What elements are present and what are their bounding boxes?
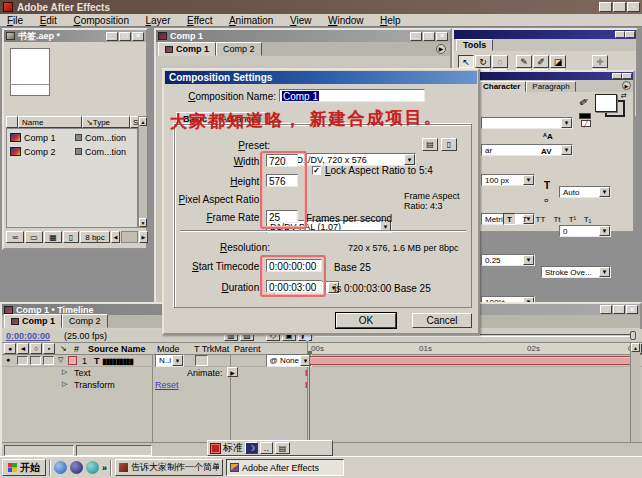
subscript-button[interactable]: T₁: [581, 213, 594, 225]
font-family-select[interactable]: ▼: [481, 117, 573, 129]
tools-titlebar[interactable]: ▬ ×: [454, 30, 636, 39]
comp-titlebar[interactable]: Comp 1 _ □ ×: [156, 30, 450, 42]
ime-halfwidth-icon[interactable]: ☽: [245, 442, 258, 454]
twirl-icon[interactable]: ▷: [62, 368, 67, 376]
comp-minimize-button[interactable]: _: [410, 32, 422, 41]
character-close-button[interactable]: ×: [622, 73, 632, 79]
black-swatch[interactable]: [579, 113, 591, 119]
menu-animation[interactable]: Animation: [222, 14, 280, 27]
tab-paragraph[interactable]: Paragraph: [526, 81, 575, 92]
menu-help[interactable]: Help: [373, 14, 408, 27]
navigator-end-handle[interactable]: [630, 331, 636, 340]
trash-icon[interactable]: ▯: [63, 231, 79, 243]
reset-link[interactable]: Reset: [155, 380, 179, 390]
ime-punct-icon[interactable]: ‥: [260, 442, 273, 454]
quicklaunch-media-icon[interactable]: [86, 461, 99, 474]
eye-icon[interactable]: ●: [6, 356, 10, 363]
ok-button[interactable]: OK: [336, 313, 396, 328]
font-style-select[interactable]: ar▼: [481, 144, 573, 156]
trkmat-box[interactable]: [195, 355, 208, 366]
project-vscrollbar[interactable]: ▲ ▼: [138, 116, 148, 228]
expand-arrow-icon[interactable]: ▽: [58, 356, 63, 364]
timeline-maximize-button[interactable]: □: [613, 305, 625, 314]
timeline-close-button[interactable]: ×: [626, 305, 638, 314]
comp-maximize-button[interactable]: □: [423, 32, 435, 41]
comp-close-button[interactable]: ×: [436, 32, 448, 41]
audio-icon[interactable]: ◄: [17, 343, 29, 354]
new-comp-icon[interactable]: ▦: [44, 231, 62, 243]
eyedropper-icon[interactable]: ✐: [578, 95, 589, 109]
parent-header[interactable]: Parent: [234, 344, 261, 354]
trkmat-header[interactable]: T TrkMat: [194, 344, 229, 354]
superscript-button[interactable]: T¹: [566, 213, 579, 225]
blend-mode-select[interactable]: N..l▼: [155, 354, 184, 367]
save-preset-icon[interactable]: ▤: [422, 138, 438, 151]
chevron-down-icon[interactable]: ▼: [561, 145, 572, 155]
lock-icon[interactable]: ▪: [43, 343, 55, 354]
search-icon[interactable]: ∞: [6, 231, 24, 243]
brush-tool-icon[interactable]: ✎: [516, 55, 532, 68]
quicklaunch-more-icon[interactable]: »: [102, 463, 107, 473]
col-type[interactable]: ↘ Type: [82, 116, 130, 128]
num-column-header[interactable]: #: [74, 344, 79, 354]
eraser-tool-icon[interactable]: ◪: [550, 55, 566, 68]
bit-depth-button[interactable]: 8 bpc: [80, 231, 110, 243]
comp-panel-menu-icon[interactable]: ▶: [436, 44, 446, 54]
lock-aspect-checkbox[interactable]: ✓: [312, 166, 321, 175]
timeline-tab-comp2[interactable]: Comp 2: [62, 314, 108, 328]
ime-keyboard-icon[interactable]: ▤: [275, 442, 290, 454]
hscroll-left-icon[interactable]: ◀: [111, 231, 120, 243]
maximize-button[interactable]: □: [613, 2, 626, 12]
label-column-icon[interactable]: ↘: [60, 344, 67, 353]
chevron-down-icon[interactable]: ▼: [404, 154, 415, 165]
layer-row[interactable]: ● ▽ 1 T ▮▮▮▮▮▮▮▮▮ N..l▼ @ None▼: [2, 355, 642, 367]
solo-icon[interactable]: ○: [30, 343, 42, 354]
project-minimize-button[interactable]: _: [106, 32, 118, 41]
orbit-tool-icon[interactable]: ○: [492, 55, 508, 68]
stroke-style-select[interactable]: Stroke Ove...▼: [541, 266, 611, 278]
tools-tab[interactable]: Tools: [456, 39, 493, 51]
small-caps-button[interactable]: Tt: [550, 213, 564, 225]
menu-edit[interactable]: Edit: [33, 14, 64, 27]
no-fill-swatch[interactable]: ╱: [581, 120, 591, 127]
dialog-titlebar[interactable]: Composition Settings: [165, 71, 477, 84]
stroke-width-field[interactable]: 0.25▼: [481, 254, 535, 266]
fill-swatch[interactable]: [595, 94, 617, 112]
project-titlebar[interactable]: 书签.aep * _ □ ×: [4, 30, 146, 42]
task-button-after-effects[interactable]: Adobe After Effects: [226, 459, 344, 476]
solo-toggle[interactable]: [30, 356, 41, 365]
eye-icon[interactable]: ●: [4, 343, 16, 354]
menu-file[interactable]: File: [0, 14, 30, 27]
chevron-down-icon[interactable]: ▼: [561, 118, 572, 128]
timeline-tab-comp1[interactable]: Comp 1: [4, 314, 62, 328]
tracking-field[interactable]: 0▼: [559, 225, 611, 237]
minimize-button[interactable]: _: [599, 2, 612, 12]
menu-window[interactable]: Window: [321, 14, 371, 27]
twirl-icon[interactable]: ▷: [62, 380, 67, 388]
layer-name[interactable]: T ▮▮▮▮▮▮▮▮▮: [94, 356, 133, 366]
audio-toggle[interactable]: [17, 356, 28, 365]
all-caps-button[interactable]: TT: [533, 213, 548, 225]
keyframe-marker[interactable]: I: [305, 380, 308, 390]
swap-fill-stroke-icon[interactable]: ⇄: [621, 92, 627, 100]
clone-stamp-tool-icon[interactable]: ✐: [533, 55, 549, 68]
table-row[interactable]: Comp 1 Com...tion: [7, 131, 137, 144]
quicklaunch-desktop-icon[interactable]: [70, 461, 83, 474]
hscroll-right-icon[interactable]: ▶: [139, 231, 148, 243]
tools-close-button[interactable]: ×: [625, 31, 635, 38]
timeline-vscrollbar[interactable]: ▲: [630, 343, 640, 442]
project-maximize-button[interactable]: □: [119, 32, 131, 41]
property-row-transform[interactable]: ▷ Transform Reset: [2, 379, 307, 391]
delete-preset-icon[interactable]: ▯: [441, 138, 457, 151]
property-row-text[interactable]: ▷ Text Animate: ▶: [2, 367, 307, 379]
comp-tab-comp1[interactable]: Comp 1: [158, 42, 216, 56]
leading-field[interactable]: Auto▼: [559, 186, 611, 198]
close-button[interactable]: ×: [627, 2, 640, 12]
composition-name-input[interactable]: Comp 1: [279, 89, 425, 102]
rotate-tool-icon[interactable]: ↻: [475, 55, 491, 68]
start-button[interactable]: 开始: [2, 459, 46, 476]
source-name-header[interactable]: Source Name: [88, 344, 146, 354]
menu-view[interactable]: View: [283, 14, 319, 27]
quicklaunch-ie-icon[interactable]: [54, 461, 67, 474]
mode-header[interactable]: Mode: [157, 344, 180, 354]
